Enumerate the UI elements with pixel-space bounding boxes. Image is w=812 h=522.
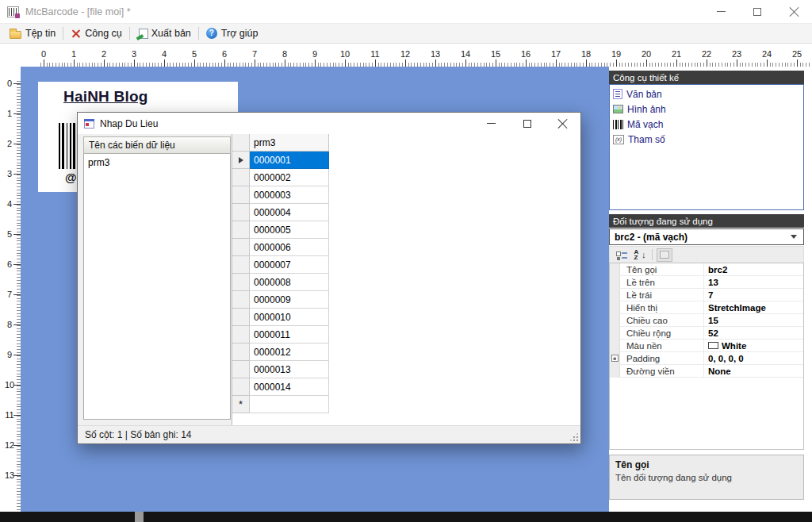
grid-cell[interactable]: 0000011	[250, 326, 329, 344]
v-ruler-number: 9	[7, 350, 12, 359]
label-title-text[interactable]: HaiNH Blog	[63, 88, 148, 106]
dialog-maximize-button[interactable]	[509, 113, 545, 134]
property-row[interactable]: Padding0, 0, 0, 0	[610, 352, 803, 365]
property-value[interactable]: 52	[704, 327, 803, 339]
grid-cell[interactable]: 0000001	[250, 152, 329, 169]
property-label: Hiển thị	[620, 301, 704, 313]
row-selector[interactable]	[232, 274, 250, 291]
grid-column-header[interactable]: prm3	[250, 134, 329, 152]
row-selector[interactable]	[232, 378, 250, 396]
row-selector[interactable]	[232, 326, 250, 344]
grid-cell[interactable]: 0000014	[250, 378, 329, 396]
h-ruler-tick	[285, 59, 285, 67]
grid-cell[interactable]: 0000012	[250, 344, 329, 361]
property-value-text: 15	[708, 316, 718, 325]
grid-cell[interactable]: 0000013	[250, 361, 329, 378]
row-selector[interactable]	[232, 221, 250, 239]
property-row[interactable]: Chiều rộng52	[610, 327, 803, 340]
dialog-minimize-button[interactable]	[473, 113, 509, 134]
property-row[interactable]: Đường viềnNone	[610, 365, 803, 378]
property-label: Tên gọi	[620, 263, 704, 275]
property-value[interactable]: None	[704, 365, 803, 377]
property-row[interactable]: Màu nềnWhite	[610, 340, 803, 352]
grid-cell[interactable]: 0000006	[250, 239, 329, 256]
row-selector[interactable]	[232, 204, 250, 221]
dialog-title: Nhap Du Lieu	[100, 118, 158, 129]
grid-cell[interactable]: 0000008	[250, 274, 329, 291]
window-title: MtcBarcode - [file moi] *	[25, 6, 131, 17]
property-help-description: Tên đối tượng đang sử dụng	[615, 473, 798, 482]
row-selector[interactable]	[232, 309, 250, 326]
maximize-button[interactable]	[739, 0, 776, 23]
grid-cell[interactable]: 0000009	[250, 291, 329, 309]
property-value[interactable]: White	[704, 340, 803, 351]
h-ruler-tick	[164, 59, 165, 67]
h-ruler-number: 14	[461, 49, 470, 59]
h-ruler-tick	[104, 59, 105, 67]
h-ruler-tick	[526, 59, 527, 67]
dialog-title-bar[interactable]: Nhap Du Lieu	[78, 113, 580, 134]
export-menu-label: Xuất bản	[151, 28, 191, 39]
grid-cell[interactable]: 0000004	[250, 204, 329, 221]
new-row-selector[interactable]: *	[232, 396, 250, 413]
property-label: Lề trên	[620, 276, 704, 288]
property-value[interactable]: 7	[704, 289, 803, 301]
row-selector[interactable]	[232, 152, 250, 169]
property-row[interactable]: Chiều cao15	[610, 314, 803, 327]
property-row[interactable]: Lề trái7	[610, 289, 803, 301]
close-button[interactable]	[776, 0, 812, 23]
property-value[interactable]: 0, 0, 0, 0	[704, 352, 803, 364]
v-ruler-number: 4	[7, 199, 12, 209]
grid-cell-empty[interactable]	[250, 396, 329, 413]
h-ruler-tick	[375, 59, 376, 67]
v-ruler-tick	[13, 355, 21, 355]
label-footer-text[interactable]: @	[65, 171, 77, 184]
row-selector[interactable]	[232, 169, 250, 186]
property-value[interactable]: 15	[704, 314, 803, 326]
property-grid-rows: Tên gọibrc2Lề trên13Lề trái7Hiển thịStre…	[610, 263, 803, 378]
grid-cell[interactable]: 0000007	[250, 256, 329, 274]
dialog-close-button[interactable]	[545, 113, 580, 134]
alphabetical-sort-button[interactable]	[632, 248, 648, 262]
grid-row: 0000007	[232, 256, 580, 274]
grid-corner-cell[interactable]	[232, 134, 250, 152]
file-menu-button[interactable]: Tệp tin	[4, 25, 61, 42]
categorized-button[interactable]	[614, 248, 630, 262]
row-selector[interactable]	[232, 186, 250, 204]
tool-item-image[interactable]: Hình ảnh	[610, 102, 803, 117]
property-grid-toolbar	[609, 246, 804, 263]
row-selector[interactable]	[232, 291, 250, 309]
property-value[interactable]: StretchImage	[704, 301, 803, 313]
grid-cell[interactable]: 0000010	[250, 309, 329, 326]
active-object-dropdown[interactable]: brc2 - (mã vạch)	[609, 228, 804, 245]
grid-cell[interactable]: 0000003	[250, 186, 329, 204]
grid-cell[interactable]: 0000002	[250, 169, 329, 186]
tool-item-text[interactable]: Văn bản	[610, 86, 803, 102]
tool-item-parameter[interactable]: Tham số	[610, 132, 803, 147]
expand-icon[interactable]	[611, 355, 619, 362]
variable-list-item[interactable]: prm3	[84, 155, 230, 170]
h-ruler-number: 18	[581, 49, 591, 59]
minimize-button[interactable]	[703, 0, 739, 23]
property-row[interactable]: Lề trên13	[610, 276, 803, 289]
export-menu-button[interactable]: Xuất bản	[132, 25, 197, 42]
tool-item-barcode[interactable]: Mã vạch	[610, 117, 803, 132]
variables-list[interactable]: prm3	[83, 154, 231, 420]
help-menu-button[interactable]: Trợ giúp	[201, 25, 264, 42]
grid-cell[interactable]: 0000005	[250, 221, 329, 239]
row-selector[interactable]	[232, 256, 250, 274]
v-ruler-tick	[13, 324, 21, 325]
row-selector[interactable]	[232, 344, 250, 361]
h-ruler-number: 15	[491, 49, 500, 59]
row-selector[interactable]	[232, 239, 250, 256]
property-row[interactable]: Tên gọibrc2	[610, 263, 803, 276]
tools-menu-button[interactable]: Công cụ	[65, 25, 128, 42]
grid-row: 0000012	[232, 344, 580, 361]
property-value[interactable]: 13	[704, 276, 803, 288]
property-value[interactable]: brc2	[704, 263, 803, 275]
row-selector[interactable]	[232, 361, 250, 378]
resize-grip[interactable]	[570, 433, 578, 441]
property-gutter	[610, 263, 620, 275]
property-row[interactable]: Hiển thịStretchImage	[610, 301, 803, 314]
image-icon	[613, 105, 623, 113]
